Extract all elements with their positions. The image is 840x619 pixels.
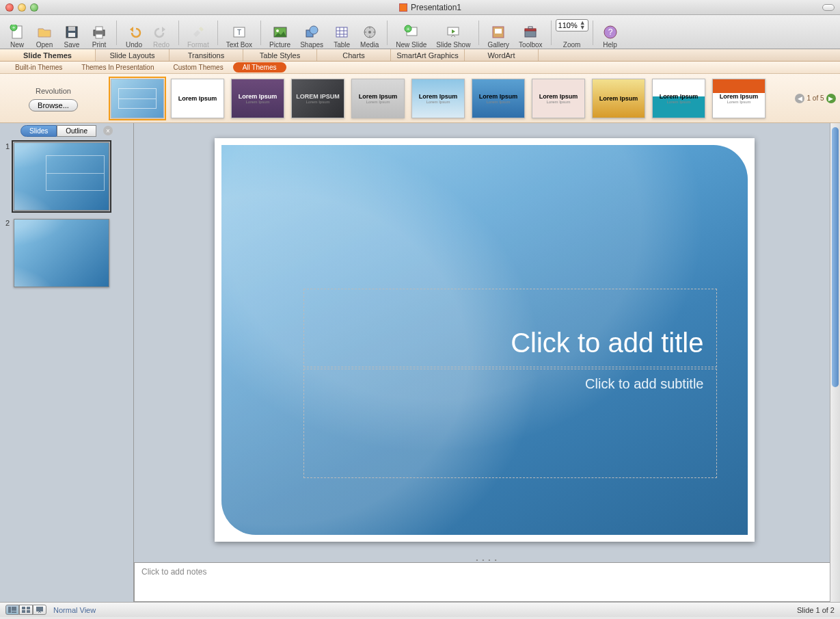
new-slide-icon: + [403,23,420,41]
svg-text:+: + [12,25,16,31]
picture-button[interactable]: Picture [265,23,295,49]
zoom-select[interactable]: 110%▲▼ [556,19,588,31]
theme-subtitle: Lorem Ipsum [366,100,390,104]
theme-subtitle: Lorem Ipsum [245,100,269,104]
label: Shapes [300,41,323,49]
media-icon [361,23,379,41]
subtab-all-themes[interactable]: All Themes [233,62,286,73]
label: Slide Show [436,41,470,49]
vertical-scrollbar[interactable] [830,123,840,602]
theme-title: Lorem Ipsum [720,93,759,100]
ribbon-tab-smartart-graphics[interactable]: SmartArt Graphics [391,49,465,61]
label: Help [603,41,617,49]
svg-rect-38 [22,610,25,613]
label: New [10,41,24,49]
theme-thumbnail[interactable]: Lorem Ipsum [171,79,224,118]
theme-thumbnail[interactable]: Lorem IpsumLorem Ipsum [351,79,405,118]
help-button[interactable]: ?Help [597,23,623,49]
svg-rect-36 [22,607,25,609]
browse-themes-button[interactable]: Browse... [29,99,78,111]
view-buttons [5,605,46,615]
subtab-built-in-themes[interactable]: Built-in Themes [5,62,72,73]
media-button[interactable]: Media [356,23,383,49]
zoom-window-button[interactable] [30,3,38,12]
toolbar-pill-button[interactable] [822,4,835,11]
undo-icon [125,23,143,41]
save-button[interactable]: Save [59,23,85,49]
toolbox-button[interactable]: Toolbox [515,23,546,49]
pager-prev-button[interactable]: ◀ [795,94,804,103]
shapes-button[interactable]: Shapes [296,23,327,49]
separator [217,21,218,45]
ribbon-tab-wordart[interactable]: WordArt [465,49,539,61]
table-button[interactable]: Table [329,23,355,49]
slideshow-view-button[interactable] [33,605,46,615]
subtitle-placeholder[interactable]: Click to add subtitle [303,369,717,478]
svg-point-21 [368,31,371,34]
stepper-icon: ▲▼ [580,21,586,30]
new-slide-button[interactable]: +New Slide [392,23,431,49]
theme-thumbnail[interactable]: Lorem Ipsum [592,79,645,118]
label: Save [64,41,80,49]
canvas-viewport[interactable]: Click to add title Click to add subtitle [134,123,840,557]
window-title-text: Presentation1 [411,3,461,12]
slide-counter: Slide 1 of 2 [797,606,835,614]
scrollbar-thumb[interactable] [832,127,839,387]
svg-text:T: T [237,29,241,36]
title-placeholder[interactable]: Click to add title [303,289,717,367]
theme-thumbnail[interactable]: Lorem IpsumLorem Ipsum [712,79,766,118]
undo-button[interactable]: Undo [121,23,147,49]
theme-thumbnail[interactable]: Lorem IpsumLorem Ipsum [532,79,585,118]
theme-thumbnail[interactable]: Lorem IpsumLorem Ipsum [472,79,525,118]
slide-thumbnail[interactable] [14,219,109,287]
subtab-themes-in-presentation[interactable]: Themes In Presentation [72,62,163,73]
pager-next-button[interactable]: ▶ [826,94,836,103]
svg-text:?: ? [608,27,612,37]
theme-thumbnail[interactable]: Lorem IpsumLorem Ipsum [411,79,465,118]
svg-rect-30 [528,27,532,29]
sorter-view-button[interactable] [19,605,33,615]
svg-rect-27 [495,29,502,34]
close-panel-button[interactable]: × [103,126,113,135]
minimize-window-button[interactable] [18,3,26,12]
notes-splitter[interactable]: • • • • [134,557,840,562]
theme-title: Lorem Ipsum [539,93,578,100]
save-icon [63,23,81,41]
textbox-icon: T [230,23,248,41]
ribbon-tab-table-styles[interactable]: Table Styles [243,49,317,61]
ribbon-tab-slide-layouts[interactable]: Slide Layouts [96,49,170,61]
gallery-button[interactable]: Gallery [483,23,513,49]
theme-thumbnail[interactable]: Lorem IpsumLorem Ipsum [231,79,284,118]
view-mode-label: Normal View [53,606,96,614]
theme-thumbnail[interactable] [111,79,164,118]
open-icon [36,23,53,41]
svg-text:+: + [407,26,410,32]
redo-button: Redo [148,23,174,49]
print-button[interactable]: Print [86,23,112,49]
normal-view-button[interactable] [5,605,19,615]
svg-rect-37 [27,607,30,609]
ribbon-tab-slide-themes[interactable]: Slide Themes [0,49,96,61]
close-window-button[interactable] [5,3,14,12]
theme-title: Lorem Ipsum [178,95,217,102]
textbox-button[interactable]: TText Box [222,23,256,49]
ribbon-tab-charts[interactable]: Charts [317,49,391,61]
picture-icon [271,23,289,41]
svg-rect-39 [27,610,30,613]
notes-pane[interactable]: Click to add notes [134,562,830,602]
ribbon-tab-transitions[interactable]: Transitions [170,49,243,61]
theme-title: Lorem Ipsum [419,93,458,100]
tab-slides[interactable]: Slides [21,125,57,137]
theme-pager: ◀ 1 of 5 ▶ [791,94,840,103]
separator [387,21,388,45]
gallery-icon [489,23,507,41]
slideshow-button[interactable]: Slide Show [432,23,474,49]
label: Picture [269,41,290,49]
theme-thumbnail[interactable]: Lorem IpsumLorem Ipsum [652,79,705,118]
new-button[interactable]: +New [4,23,30,49]
subtab-custom-themes[interactable]: Custom Themes [163,62,232,73]
tab-outline[interactable]: Outline [57,125,96,137]
open-button[interactable]: Open [31,23,57,49]
theme-thumbnail[interactable]: LOREM IPSUMLorem Ipsum [291,79,344,118]
slide-thumbnail[interactable] [14,142,109,211]
